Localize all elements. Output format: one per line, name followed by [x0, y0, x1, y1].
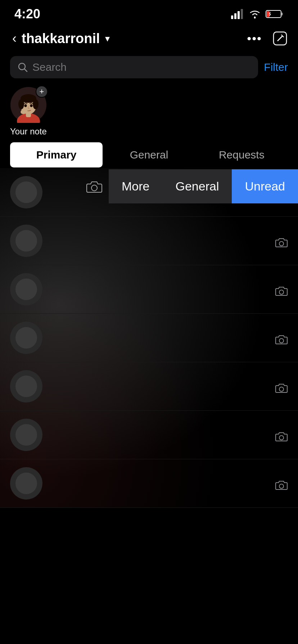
tab-primary[interactable]: Primary: [10, 142, 103, 167]
table-row[interactable]: [0, 265, 298, 314]
plus-badge: +: [36, 86, 48, 98]
svg-point-25: [15, 279, 37, 300]
svg-point-31: [15, 424, 37, 446]
camera-icon: [275, 285, 288, 296]
convo-right: [275, 476, 288, 491]
table-row[interactable]: [0, 411, 298, 459]
svg-point-26: [279, 290, 284, 294]
camera-icon: [275, 334, 288, 345]
signal-icon: [231, 9, 244, 19]
dropdown-options: More General Unread: [109, 169, 298, 203]
svg-point-20: [91, 185, 97, 191]
svg-point-18: [30, 104, 32, 107]
tab-requests[interactable]: Requests: [195, 142, 288, 167]
dropdown-general[interactable]: General: [163, 169, 232, 203]
svg-point-32: [279, 436, 284, 440]
header: ‹ thakkarronil ▾ •••: [0, 25, 298, 53]
svg-point-4: [254, 17, 256, 19]
convo-avatar: [10, 322, 42, 354]
convo-right: [275, 282, 288, 296]
search-bar[interactable]: [10, 56, 258, 78]
svg-point-34: [279, 484, 284, 488]
convo-info: [50, 337, 268, 339]
tabs-row: Primary General Requests: [0, 140, 298, 167]
convo-right: [275, 379, 288, 394]
dropdown-more[interactable]: More: [109, 169, 162, 203]
status-time: 4:20: [14, 6, 40, 22]
wifi-icon: [248, 9, 261, 19]
back-button[interactable]: ‹: [10, 29, 19, 48]
svg-rect-0: [231, 15, 233, 19]
svg-point-24: [279, 242, 284, 246]
convo-info: [50, 288, 268, 290]
convo-right: [275, 428, 288, 442]
story-item-your-note[interactable]: +: [10, 87, 47, 137]
battery-icon: [266, 9, 284, 19]
convo-avatar: [10, 419, 42, 451]
convo-avatar: [10, 176, 42, 208]
status-bar: 4:20: [0, 0, 298, 25]
header-title: thakkarronil: [22, 31, 100, 46]
svg-point-23: [15, 230, 37, 252]
stories-section: +: [0, 81, 298, 140]
table-row[interactable]: [0, 459, 298, 508]
convo-info: [50, 482, 268, 484]
search-icon: [17, 62, 28, 73]
svg-rect-3: [241, 9, 243, 19]
camera-icon: [275, 431, 288, 442]
svg-point-27: [15, 327, 37, 349]
dropdown-chevron[interactable]: ▾: [105, 33, 110, 44]
convo-list-content: [0, 168, 298, 508]
convo-info: [50, 385, 268, 387]
svg-point-17: [24, 104, 27, 107]
dropdown-camera-area: [80, 168, 109, 204]
svg-point-21: [15, 181, 37, 203]
header-right: •••: [247, 31, 288, 46]
convo-avatar: [10, 225, 42, 257]
convo-avatar: [10, 467, 42, 500]
conversation-list: [0, 168, 298, 508]
svg-rect-2: [238, 11, 240, 19]
svg-point-16: [33, 99, 39, 109]
more-button[interactable]: •••: [247, 32, 262, 46]
convo-right: [275, 331, 288, 345]
convo-avatar: [10, 273, 42, 305]
convo-info: [50, 434, 268, 436]
header-left: ‹ thakkarronil ▾: [10, 29, 110, 48]
dropdown-unread[interactable]: Unread: [232, 169, 298, 203]
dropdown-menu: More General Unread: [80, 168, 298, 204]
table-row[interactable]: [0, 362, 298, 411]
compose-icon[interactable]: [272, 31, 288, 46]
svg-rect-6: [281, 13, 283, 15]
status-icons: [231, 9, 284, 19]
filter-button[interactable]: Filter: [264, 61, 288, 73]
search-input[interactable]: [32, 61, 251, 73]
convo-avatar: [10, 370, 42, 402]
convo-right: [275, 234, 288, 248]
camera-icon-dropdown: [86, 179, 103, 193]
camera-icon: [275, 236, 288, 248]
camera-icon: [275, 479, 288, 491]
convo-info: [50, 240, 268, 242]
story-label: Your note: [10, 126, 47, 137]
svg-point-33: [15, 473, 37, 494]
svg-rect-1: [234, 13, 236, 19]
tab-general[interactable]: General: [103, 142, 195, 167]
table-row[interactable]: [0, 217, 298, 265]
table-row[interactable]: [0, 314, 298, 362]
svg-point-29: [15, 376, 37, 397]
camera-icon: [275, 382, 288, 394]
search-container: Filter: [0, 53, 298, 81]
svg-point-28: [279, 339, 284, 343]
svg-point-15: [18, 99, 24, 109]
svg-point-30: [279, 387, 284, 391]
